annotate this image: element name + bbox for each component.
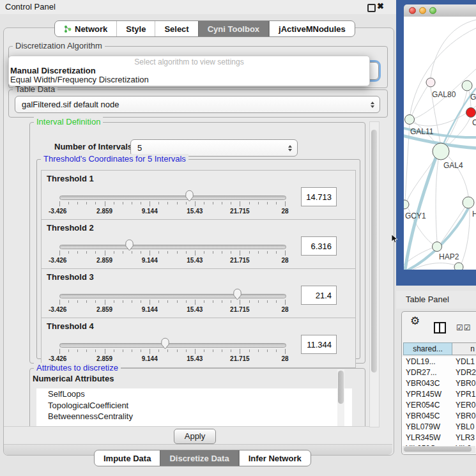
network-node[interactable]: [466, 108, 476, 118]
dropdown-option-manual[interactable]: Manual Discretization: [10, 66, 96, 75]
tick-mark: [231, 251, 231, 254]
tab-discretize-data[interactable]: Discretize Data: [160, 450, 238, 466]
tick-mark: [213, 300, 213, 303]
checkbox-icons[interactable]: ☑☑: [456, 323, 472, 332]
list-scrollbar[interactable]: [337, 369, 344, 427]
table-data-select[interactable]: galFiltered.sif default node: [15, 96, 380, 113]
threshold-4-panel: Threshold 4 -3.4262.8599.14415.4321.7152…: [41, 318, 356, 368]
network-canvas[interactable]: GAL80GACGAL11GAL4GCY1HHAP2: [404, 17, 476, 270]
cell-shared-name: YPR145W: [406, 389, 441, 400]
table-row[interactable]: YDR27...YDR2: [402, 367, 476, 378]
attributes-group: Attributes to discretize Numerical Attri…: [29, 368, 365, 427]
network-node[interactable]: [433, 242, 442, 252]
tab-label: Impute Data: [104, 454, 151, 463]
threshold-value-input[interactable]: [301, 335, 337, 354]
threshold-slider-track[interactable]: [59, 294, 286, 298]
attribute-item[interactable]: BetweennessCentrality: [36, 411, 352, 422]
tab-jactivemnodules[interactable]: jActiveMNodules: [269, 21, 355, 36]
control-panel-tabs: Network Style Select Cyni Toolbox jActiv…: [54, 20, 355, 37]
threshold-slider-track[interactable]: [59, 343, 286, 348]
apply-button[interactable]: Apply: [174, 429, 216, 444]
minimize-traffic-light[interactable]: [419, 7, 426, 14]
tab-impute-data[interactable]: Impute Data: [95, 450, 160, 466]
threshold-value-input[interactable]: [301, 187, 337, 206]
table-panel-titlebar: Table Panel: [396, 291, 476, 309]
selected-table: galFiltered.sif default node: [15, 100, 380, 109]
threshold-2-panel: Threshold 2 -3.4262.8599.14415.4321.7152…: [41, 219, 356, 270]
dropdown-option-equal-width[interactable]: Equal Width/Frequency Discretization: [10, 75, 149, 84]
tick-mark: [222, 300, 222, 303]
column-layout-icon[interactable]: [434, 322, 446, 334]
threshold-value-input[interactable]: [301, 236, 337, 256]
threshold-slider-thumb[interactable]: [185, 190, 194, 202]
threshold-slider-thumb[interactable]: [160, 337, 170, 349]
tick-mark: [240, 349, 240, 354]
table-row[interactable]: YPR145WYPR1: [402, 389, 476, 400]
tick-mark: [276, 300, 277, 303]
zoom-traffic-light[interactable]: [429, 7, 436, 14]
tab-select[interactable]: Select: [155, 21, 197, 36]
table-row[interactable]: YBR045CYBR0: [402, 411, 476, 422]
tick-mark: [276, 349, 277, 352]
tab-infer-network[interactable]: Infer Network: [239, 450, 311, 466]
tick-label: 21.715: [230, 257, 250, 264]
column-header-shared-name[interactable]: shared...: [403, 342, 452, 355]
tick-label: 15.43: [187, 208, 203, 215]
table-horizontal-scrollbar[interactable]: [403, 446, 475, 453]
network-node[interactable]: [426, 78, 435, 87]
node-label: GCY1: [405, 211, 426, 220]
gear-icon[interactable]: ⚙: [410, 314, 420, 328]
network-node[interactable]: [405, 115, 415, 125]
panel-scrollbar[interactable]: [369, 121, 380, 427]
tick-mark: [95, 251, 96, 254]
threshold-slider-track[interactable]: [59, 196, 286, 200]
threshold-value-input[interactable]: [301, 286, 337, 305]
close-icon[interactable]: ✖: [377, 1, 384, 11]
tick-mark: [77, 300, 78, 303]
threshold-label: Threshold 1: [47, 174, 94, 183]
tick-label: 28: [281, 306, 288, 313]
float-window-icon[interactable]: [367, 4, 376, 12]
screen: Control Panel ✖ Network Style Select Cyn…: [0, 0, 476, 476]
tick-mark: [231, 300, 231, 303]
network-icon: [64, 25, 72, 33]
tick-mark: [167, 202, 168, 204]
tab-style[interactable]: Style: [116, 21, 155, 36]
tick-mark: [141, 349, 141, 352]
tick-mark: [249, 251, 250, 254]
tick-mark: [258, 202, 259, 204]
tick-mark: [258, 349, 259, 352]
threshold-slider-thumb[interactable]: [125, 239, 134, 251]
tick-mark: [141, 202, 141, 204]
tick-label: 21.715: [230, 306, 250, 313]
attribute-item[interactable]: TopologicalCoefficient: [36, 400, 352, 411]
tab-label: Cyni Toolbox: [208, 24, 259, 34]
table-row[interactable]: YER054CYER0: [402, 400, 476, 411]
network-node[interactable]: [454, 263, 463, 270]
mouse-cursor: [391, 234, 398, 243]
table-panel-title: Table Panel: [406, 291, 449, 309]
table-row[interactable]: YLR345WYLR3: [402, 433, 476, 443]
attribute-item[interactable]: SelfLoops: [36, 388, 352, 400]
tick-mark: [240, 300, 240, 305]
threshold-slider-thumb[interactable]: [233, 288, 242, 300]
table-row[interactable]: YDL19...YDL1: [402, 357, 476, 367]
cell-name: YBR0: [456, 411, 475, 422]
tab-cyni-toolbox[interactable]: Cyni Toolbox: [198, 21, 269, 36]
network-node[interactable]: [462, 81, 472, 91]
tick-mark: [86, 300, 87, 303]
threshold-slider-track[interactable]: [59, 245, 286, 249]
network-node[interactable]: [404, 200, 409, 209]
threshold-1-panel: Threshold 1 -3.4262.8599.14415.4321.7152…: [41, 170, 356, 220]
table-row[interactable]: YBR043CYBR0: [402, 378, 476, 389]
network-window-titlebar[interactable]: [404, 4, 476, 17]
cell-name: YBR0: [456, 378, 475, 389]
network-node[interactable]: [433, 143, 449, 160]
close-traffic-light[interactable]: [409, 7, 416, 14]
network-node[interactable]: [463, 197, 474, 208]
table-row[interactable]: YBL079WYBL0: [402, 422, 476, 433]
tick-label: 15.43: [187, 257, 203, 264]
column-header-name[interactable]: n: [452, 342, 476, 355]
tab-network[interactable]: Network: [55, 21, 116, 36]
tick-mark: [195, 201, 196, 206]
